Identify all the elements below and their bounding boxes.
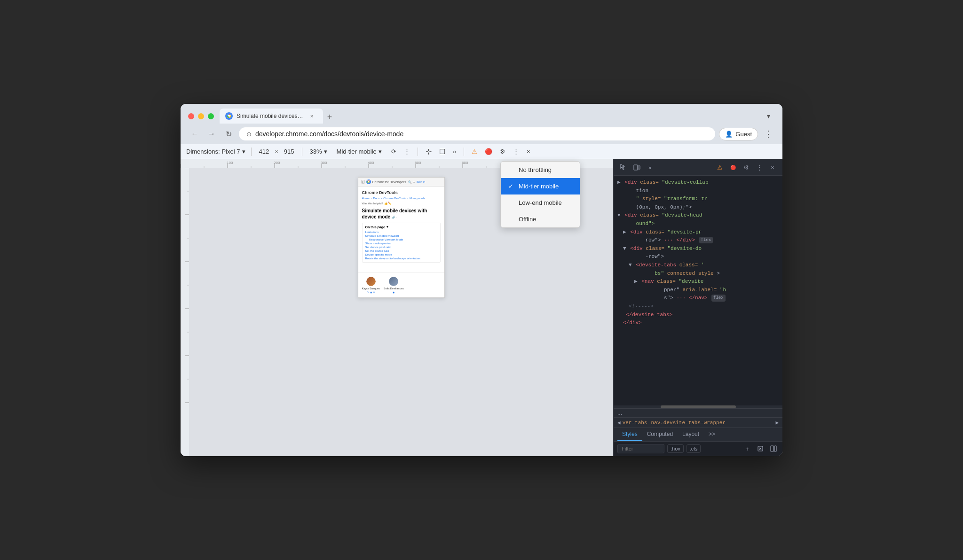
html-line-16: </devsite-tabs> [614, 311, 782, 319]
svg-text:500: 500 [415, 161, 421, 165]
mobile-page-header: Chrome DevTools [362, 190, 441, 195]
breadcrumb-ver-tabs[interactable]: ver-tabs [623, 420, 647, 426]
chrome-favicon [225, 112, 233, 120]
mobile-chrome-icon [366, 179, 371, 184]
throttle-option-no-throttling[interactable]: No throttling [501, 162, 580, 178]
devtools-settings-button[interactable]: ⚙ [740, 161, 752, 173]
device-dropdown-arrow[interactable]: ▾ [242, 148, 245, 155]
throttle-option-offline[interactable]: Offline [501, 211, 580, 227]
html-line-17: </div> [614, 319, 782, 327]
height-input[interactable]: 915 [282, 147, 296, 156]
maximize-window-button[interactable] [208, 113, 214, 119]
breadcrumb-left-arrow[interactable]: ◀ [617, 420, 621, 426]
dimension-x: × [275, 148, 278, 155]
dimensions-selector[interactable]: Dimensions: Pixel 7 ▾ [186, 148, 245, 155]
more-tools-chevron[interactable]: » [644, 161, 656, 173]
close-window-button[interactable] [188, 113, 194, 119]
refresh-button[interactable]: ↻ [222, 127, 235, 140]
new-tab-button[interactable]: + [323, 110, 336, 124]
tab-styles[interactable]: Styles [617, 428, 642, 441]
html-line-8: row"> ··· </div> flex [614, 236, 782, 245]
tab-more[interactable]: >> [704, 428, 720, 441]
tab-layout[interactable]: Layout [678, 428, 704, 441]
svg-rect-43 [638, 166, 640, 169]
devtools-more-button[interactable]: ⋮ [511, 147, 521, 156]
html-line-14: pper" aria-label= "b [614, 286, 782, 295]
width-input[interactable]: 412 [257, 147, 271, 156]
active-tab[interactable]: Simulate mobile devices with × [220, 109, 323, 124]
toc-item-limitations: Limitations [365, 230, 437, 234]
expand-arrow-9[interactable]: ▼ [623, 246, 626, 251]
more-devtools-button[interactable]: » [451, 147, 458, 156]
html-line-5: ▼ <div class= "devsite-head [614, 211, 782, 220]
device-emulation-button[interactable] [631, 161, 643, 173]
svg-rect-28 [181, 168, 189, 456]
separator-1 [251, 148, 252, 156]
styles-filter-input[interactable] [617, 444, 664, 453]
author-kayce: Kayce Basques 𝕏 ◉ ✉ [362, 277, 380, 294]
traffic-lights [188, 113, 214, 119]
throttle-option-mid-tier[interactable]: ✓ Mid-tier mobile [501, 178, 580, 194]
html-line-3: " style= "transform: tr [614, 195, 782, 203]
tune-icon: ⊙ [246, 131, 252, 138]
html-line-1: ▶ <div class= "devsite-collap [614, 179, 782, 187]
rotate-button[interactable]: ⟳ [389, 147, 398, 156]
computed-sidebar-pane-button[interactable] [768, 443, 779, 454]
svg-rect-47 [771, 446, 774, 451]
tab-computed[interactable]: Computed [642, 428, 678, 441]
add-style-rule-button[interactable]: + [742, 443, 752, 454]
separator-4 [464, 148, 464, 156]
browser-window: Simulate mobile devices with × + ▾ ← → ↻… [181, 104, 782, 456]
html-elements-panel: ▶ <div class= "devsite-collap tion " sty… [614, 176, 782, 405]
devtools-close-button[interactable]: × [525, 147, 532, 156]
user-label: Guest [735, 131, 752, 138]
user-profile-button[interactable]: 👤 Guest [719, 128, 758, 140]
cls-button[interactable]: .cls [687, 444, 701, 453]
mobile-more-dots: ... [362, 265, 441, 269]
more-options-button[interactable]: ⋮ [402, 147, 412, 156]
svg-point-41 [367, 181, 368, 182]
zoom-selector[interactable]: 33% ▾ [308, 147, 329, 156]
expand-arrow-13[interactable]: ▶ [634, 279, 638, 284]
chrome-menu-button[interactable]: ⋮ [762, 127, 775, 140]
devtools-more-button[interactable]: ⋮ [753, 161, 766, 173]
device-toolbar-toggle[interactable]: ☐ [437, 147, 447, 157]
pseudo-class-button[interactable]: :hov [667, 444, 684, 453]
back-button[interactable]: ← [188, 127, 201, 140]
tab-dropdown-button[interactable]: ▾ [762, 109, 775, 123]
throttle-dropdown: No throttling ✓ Mid-tier mobile Low-end … [500, 161, 580, 228]
dimensions-label: Dimensions: [186, 148, 220, 155]
html-line-2: tion [614, 187, 782, 195]
minimize-window-button[interactable] [198, 113, 204, 119]
breadcrumb-right-arrow[interactable]: ▶ [775, 420, 779, 426]
device-toolbar-icon: ☐ [439, 148, 445, 156]
devtools-error-button[interactable]: 🔴 [727, 161, 739, 173]
author-sofia-name: Sofia Emelianova [384, 287, 404, 290]
expand-arrow-7[interactable]: ▶ [623, 229, 626, 235]
mobile-toc-header: On this page ▾ [365, 225, 437, 229]
author-kayce-icons: 𝕏 ◉ ✉ [367, 291, 375, 294]
settings-button[interactable]: ⚙ [498, 147, 507, 156]
expand-arrow-1[interactable]: ▶ [617, 179, 621, 185]
select-element-button[interactable]: ⊹ [424, 146, 434, 157]
devtools-close-button[interactable]: × [766, 161, 779, 173]
url-bar[interactable]: ⊙ developer.chrome.com/docs/devtools/dev… [239, 127, 715, 140]
svg-text:300: 300 [321, 161, 327, 165]
low-end-label: Low-end mobile [519, 199, 562, 206]
error-icon[interactable]: 🔴 [483, 147, 494, 156]
toggle-element-state-button[interactable] [755, 443, 766, 454]
toc-item-simulate: Simulate a mobile viewport [365, 234, 437, 238]
toc-item-type: Set the device type [365, 249, 437, 253]
select-element-devtools-button[interactable] [617, 161, 630, 173]
html-line-11: ▼ <devsite-tabs class= ' [614, 261, 782, 270]
devtools-warning-button[interactable]: ⚠ [714, 161, 726, 173]
avatar-sofia [389, 277, 398, 286]
tab-close-button[interactable]: × [308, 112, 316, 120]
forward-button[interactable]: → [205, 127, 218, 140]
expand-arrow-11[interactable]: ▼ [629, 262, 632, 268]
throttle-option-low-end[interactable]: Low-end mobile [501, 194, 580, 211]
expand-arrow-5[interactable]: ▼ [617, 212, 621, 218]
breadcrumb-nav-wrapper[interactable]: nav.devsite-tabs-wrapper [651, 420, 725, 426]
throttle-selector[interactable]: Mid-tier mobile ▾ [333, 147, 386, 156]
warning-icon[interactable]: ⚠ [470, 147, 479, 156]
